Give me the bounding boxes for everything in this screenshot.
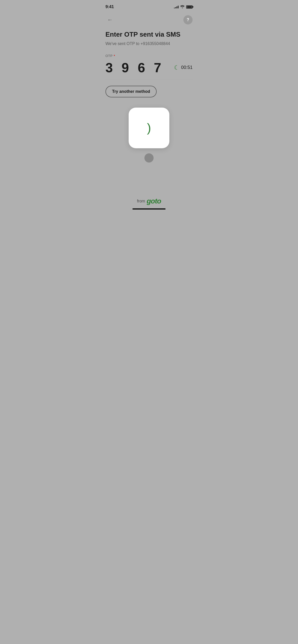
brand-label: from goto — [137, 197, 161, 205]
main-content: Enter OTP sent via SMS We've sent OTP to… — [99, 28, 199, 163]
help-icon: ? — [187, 18, 189, 22]
otp-label: OTP * — [105, 54, 193, 58]
status-bar: 9:41 — [99, 0, 199, 12]
loading-card: ) — [129, 108, 169, 148]
try-another-method-button[interactable]: Try another method — [105, 86, 157, 97]
spinner-icon: ) — [147, 121, 151, 135]
signal-icon — [174, 5, 179, 8]
otp-row: 3 9 6 7 ☾ 00:51 — [105, 60, 193, 75]
subtitle: We've sent OTP to +916355048844 — [105, 41, 193, 47]
status-time: 9:41 — [105, 4, 114, 9]
goto-logo: goto — [147, 197, 161, 205]
try-another-label: Try another method — [112, 89, 150, 94]
help-button[interactable]: ? — [183, 15, 193, 24]
nav-bar: ← ? — [99, 12, 199, 28]
battery-icon — [186, 5, 193, 9]
divider — [105, 79, 193, 80]
status-icons — [174, 5, 193, 9]
footer: from goto — [99, 197, 199, 210]
wifi-icon — [180, 5, 185, 9]
crescent-icon: ☾ — [174, 64, 180, 71]
otp-value[interactable]: 3 9 6 7 — [105, 60, 164, 75]
page-title: Enter OTP sent via SMS — [105, 31, 193, 38]
timer-section: ☾ 00:51 — [174, 64, 193, 71]
required-star: * — [114, 54, 115, 58]
back-arrow-icon: ← — [107, 17, 113, 23]
back-button[interactable]: ← — [105, 15, 115, 24]
home-indicator — [132, 208, 166, 210]
loading-dot — [144, 153, 154, 163]
timer-text: 00:51 — [181, 65, 193, 70]
